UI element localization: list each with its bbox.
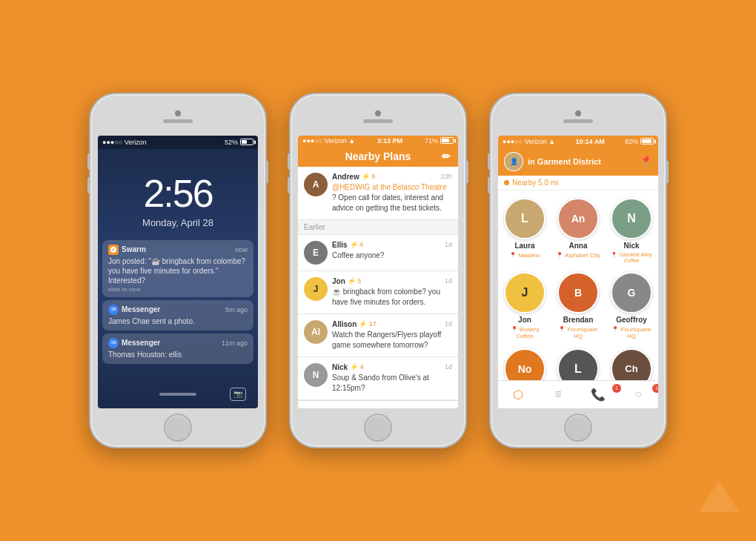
vol-down-3 bbox=[488, 177, 491, 193]
camera-3 bbox=[575, 110, 581, 116]
nav-list[interactable]: ≡ bbox=[338, 401, 378, 408]
nav-list-3[interactable]: ≡ bbox=[538, 381, 578, 408]
lock-date: Monday, April 28 bbox=[98, 217, 258, 228]
side-button-2 bbox=[465, 161, 468, 183]
vol-down-1 bbox=[87, 177, 90, 193]
slide-bar bbox=[159, 393, 196, 396]
ellis-text: Coffee anyone? bbox=[332, 250, 452, 261]
jon-age: 1d bbox=[445, 277, 452, 285]
status-bar-2: ●●●○○ Verizon ▲ 3:13 PM 71% bbox=[298, 136, 458, 146]
battery-icon-1 bbox=[240, 139, 253, 145]
phone-top-2 bbox=[291, 94, 465, 136]
allison-age: 1d bbox=[445, 320, 452, 328]
battery-3: 92% bbox=[625, 138, 654, 145]
plan-post-jon[interactable]: J Jon ⚡ 5 1d ☕ bringback from colombe? y… bbox=[298, 271, 458, 314]
messenger-icon-1: ✉ bbox=[108, 305, 119, 315]
andrew-score: ⚡ 8 bbox=[362, 173, 376, 180]
brendan-avatar: B bbox=[557, 272, 599, 313]
friend-geoffroy[interactable]: G Geoffroy 📍 Foursquare HQ bbox=[605, 268, 658, 344]
andrew-initials: A bbox=[304, 173, 328, 196]
friend-anna[interactable]: An Anna 📍 Alphabet City bbox=[551, 193, 605, 268]
plan-post-nick[interactable]: N Nick ⚡ 4 1d Soup & Sando from Olive's … bbox=[298, 357, 458, 400]
speaker-3 bbox=[563, 119, 593, 123]
screen-1: ●●●○○ Verizon 52% 2:56 Monday, April 28 … bbox=[98, 136, 258, 408]
friend-laura[interactable]: L Laura 📍 Maialino bbox=[498, 193, 551, 268]
allison-name: Allison bbox=[332, 320, 357, 328]
friend-noah[interactable]: No Noah bbox=[498, 344, 551, 380]
nav-grid-3[interactable]: ⬡ bbox=[498, 381, 538, 408]
allison-content: Allison ⚡ 17 1d Watch the Rangers/Flyers… bbox=[332, 320, 452, 351]
jon-initials-2: J bbox=[304, 277, 328, 301]
friend-jon[interactable]: J Jon 📍 Bowery Coffee bbox=[498, 268, 551, 344]
messenger-time-2: 11m ago bbox=[222, 339, 248, 347]
allison-meta: Allison ⚡ 17 1d bbox=[332, 320, 452, 328]
home-button-1[interactable] bbox=[164, 414, 192, 442]
home-button-2[interactable] bbox=[364, 414, 392, 442]
ellis-initials: E bbox=[304, 241, 328, 265]
nick-initials-2: N bbox=[304, 363, 328, 387]
andrew-meta: Andrew ⚡ 8 23h bbox=[332, 173, 452, 181]
swarm-slide: slide to view bbox=[108, 286, 248, 293]
carrier-2: ●●●○○ Verizon ▲ bbox=[302, 137, 355, 145]
plan-post-allison[interactable]: Al Allison ⚡ 17 1d Watch the Rangers/Fly… bbox=[298, 314, 458, 357]
friends-screen: ●●●○○ Verizon ▲ 10:14 AM 92% 👤 in Garmen… bbox=[498, 136, 658, 408]
nick-meta: Nick ⚡ 4 1d bbox=[332, 363, 452, 371]
camera-1 bbox=[175, 110, 181, 116]
lockscreen: ●●●○○ Verizon 52% 2:56 Monday, April 28 … bbox=[98, 136, 258, 408]
friends-bottom-nav: ⬡ ≡ 📞 1 ○ 1 bbox=[498, 380, 658, 408]
status-bar-1: ●●●○○ Verizon 52% bbox=[98, 136, 258, 149]
nearby-dot bbox=[504, 180, 509, 185]
laura-name: Laura bbox=[514, 242, 534, 250]
nav-grid[interactable]: ⬡ bbox=[298, 401, 338, 408]
nearby-title: Nearby Plans bbox=[345, 150, 411, 162]
notif-header-msg1: ✉ Messenger 5m ago bbox=[108, 305, 248, 315]
speaker-1 bbox=[163, 119, 193, 123]
carrier-1: ●●●○○ Verizon bbox=[102, 139, 147, 146]
friend-brendan[interactable]: B Brendan 📍 Foursquare HQ bbox=[551, 268, 605, 344]
camera-icon-lock[interactable]: 📷 bbox=[230, 388, 246, 401]
christian-avatar: Ch bbox=[611, 348, 652, 380]
edit-icon[interactable]: ✏ bbox=[442, 150, 451, 162]
home-button-3[interactable] bbox=[564, 414, 592, 442]
nav-plans[interactable]: ◻ bbox=[378, 401, 418, 408]
notif-messenger-2[interactable]: ✉ Messenger 11m ago Thomas Houston: elli… bbox=[102, 333, 253, 364]
plan-post-ellis[interactable]: E Ellis ⚡ 4 1d Coffee anyone? bbox=[298, 235, 458, 271]
jon-name-3: Jon bbox=[518, 316, 531, 324]
messenger-body-2: Thomas Houston: ellis bbox=[108, 350, 248, 359]
nick-avatar-2: N bbox=[304, 363, 328, 387]
nav-phone-3[interactable]: 📞 1 bbox=[578, 381, 618, 408]
ellis-score: ⚡ 4 bbox=[350, 241, 364, 248]
messenger-app-name-1: Messenger bbox=[122, 305, 160, 313]
friend-laura-2[interactable]: L Laura bbox=[551, 344, 605, 380]
swarm-icon bbox=[108, 245, 119, 255]
swarm-time: now bbox=[235, 246, 248, 253]
phone-bottom-1 bbox=[90, 408, 265, 447]
msg-badge: 1 bbox=[652, 384, 658, 393]
nick-name: Nick bbox=[332, 363, 348, 371]
side-button-3 bbox=[666, 161, 669, 183]
lock-time: 2:56 bbox=[98, 171, 258, 216]
screen-3: ●●●○○ Verizon ▲ 10:14 AM 92% 👤 in Garmen… bbox=[498, 136, 658, 408]
friend-nick[interactable]: N Nick 📍 Gasoline Alley Coffee bbox=[605, 193, 658, 268]
nav-msg-3[interactable]: ○ 1 bbox=[618, 381, 658, 408]
plan-post-andrew[interactable]: A Andrew ⚡ 8 23h @HEDWIG at the Belasco … bbox=[298, 167, 458, 220]
geoffroy-name: Geoffroy bbox=[616, 316, 647, 324]
notif-messenger-1[interactable]: ✉ Messenger 5m ago James Chae sent a pho… bbox=[102, 300, 253, 331]
vol-up-3 bbox=[488, 153, 491, 170]
nick-content: Nick ⚡ 4 1d Soup & Sando from Olive's at… bbox=[332, 363, 452, 394]
geoffroy-loc: 📍 Foursquare HQ bbox=[608, 326, 655, 339]
ellis-name: Ellis bbox=[332, 241, 348, 249]
nick-avatar: N bbox=[611, 198, 652, 239]
ellis-content: Ellis ⚡ 4 1d Coffee anyone? bbox=[332, 241, 452, 265]
status-bar-3: ●●●○○ Verizon ▲ 10:14 AM 92% bbox=[498, 136, 658, 147]
phone-bottom-2 bbox=[291, 408, 465, 447]
laura-avatar: L bbox=[504, 198, 546, 239]
nav-search[interactable]: ○ bbox=[418, 401, 458, 408]
notif-swarm[interactable]: Swarm now Jon posted: "☕ bringback from … bbox=[102, 240, 253, 297]
andrew-avatar: A bbox=[304, 173, 328, 196]
swarm-body: Jon posted: "☕ bringback from colombe? y… bbox=[108, 256, 248, 285]
friend-christian[interactable]: Ch Christian bbox=[605, 344, 658, 380]
brendan-name: Brendan bbox=[563, 316, 594, 324]
location-pin-icon[interactable]: 📍 bbox=[640, 156, 652, 167]
phone-top-1 bbox=[90, 94, 265, 136]
